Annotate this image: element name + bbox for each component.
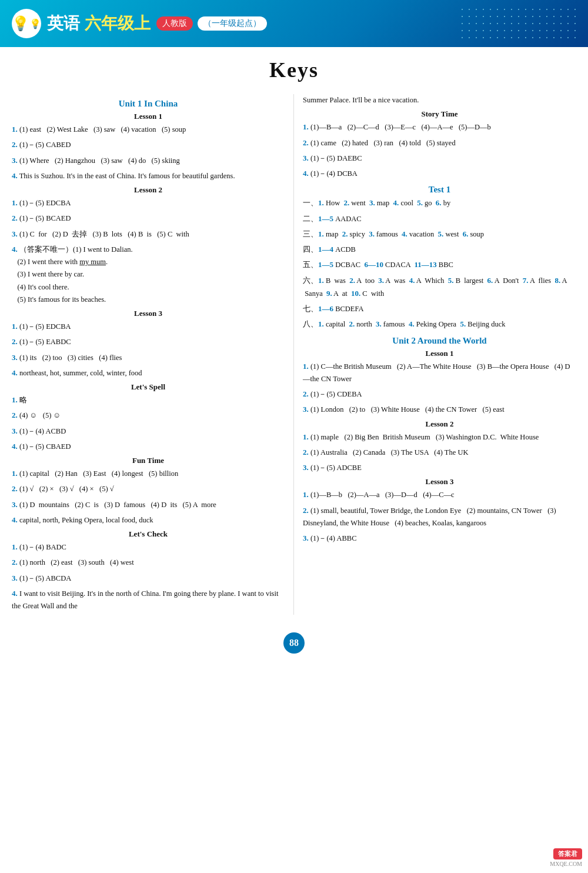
funtime-answer4: 4. capital, north, Peking Opera, local f… <box>12 514 285 527</box>
test1-part2: 二、1—5 AADAC <box>303 212 576 225</box>
lesson3-answer2: 2. (1)－(5) EABDC <box>12 335 285 348</box>
check-answer3: 3. (1)－(5) ABCDA <box>12 572 285 585</box>
page-title: Keys <box>269 58 319 82</box>
watermark-url: MXQE.COM <box>550 861 582 867</box>
lesson3-title: Lesson 3 <box>12 309 285 318</box>
lesson2-title: Lesson 2 <box>12 185 285 195</box>
unit1-title: Unit 1 In China <box>12 99 285 109</box>
right-column: Summer Palace. It'll be a nice vacation.… <box>294 94 576 615</box>
spell-answer4: 4. (1)－(5) CBAED <box>12 440 285 453</box>
story-answer3: 3. (1)－(5) DAEBC <box>303 152 576 165</box>
lesson3-answer4: 4. northeast, hot, summer, cold, winter,… <box>12 366 285 379</box>
spell-answer3: 3. (1)－(4) ACBD <box>12 425 285 438</box>
lesson1-title: Lesson 1 <box>12 112 285 121</box>
check-answer4: 4. I want to visit Beijing. It's in the … <box>12 587 285 613</box>
u2l1-answer3: 3. (1) London (2) to (3) White House (4)… <box>303 403 576 416</box>
spell-answer1: 1. 略 <box>12 394 285 406</box>
funtime-answer3: 3. (1) D mountains (2) C is (3) D famous… <box>12 498 285 511</box>
left-column: Unit 1 In China Lesson 1 1. (1) east (2)… <box>12 94 294 615</box>
u2l1-answer1: 1. (1) C—the British Museum (2) A—The Wh… <box>303 360 576 386</box>
lesson1-answer2: 2. (1)－(5) CABED <box>12 138 285 151</box>
lesson3-answer3: 3. (1) its (2) too (3) cities (4) flies <box>12 351 285 364</box>
test1-part6: 六、1. B was 2. A too 3. A was 4. A Which … <box>303 274 576 301</box>
continuation-text: Summer Palace. It'll be a nice vacation. <box>303 94 576 106</box>
story-time-title: Story Time <box>303 109 576 119</box>
lesson3-answer1: 1. (1)－(5) EDCBA <box>12 320 285 333</box>
test1-part5: 五、1—5 DCBAC 6—10 CDACA 11—13 BBC <box>303 258 576 271</box>
u2l3-answer3: 3. (1)－(4) ABBC <box>303 532 576 545</box>
header: 💡 英语 六年级上 人教版 （一年级起点） <box>0 0 588 47</box>
test1-part8: 八、1. capital 2. north 3. famous 4. Pekin… <box>303 318 576 331</box>
unit2-lesson1-title: Lesson 1 <box>303 349 576 358</box>
page-number: 88 <box>283 632 305 654</box>
lesson2-answer4: 4. （答案不唯一）(1) I went to Dalian. (2) I we… <box>12 243 285 306</box>
unit2-lesson2-title: Lesson 2 <box>303 419 576 429</box>
test1-part3: 三、1. map 2. spicy 3. famous 4. vacation … <box>303 228 576 241</box>
check-answer2: 2. (1) north (2) east (3) south (4) west <box>12 556 285 569</box>
story-answer1: 1. (1)—B—a (2)—C—d (3)—E—c (4)—A—e (5)—D… <box>303 121 576 134</box>
u2l3-answer1: 1. (1)—B—b (2)—A—a (3)—D—d (4)—C—c <box>303 488 576 501</box>
watermark-logo: 答案君 <box>553 848 582 859</box>
header-title: 英语 六年级上 <box>47 12 151 35</box>
grade-label: 六年级上 <box>85 14 151 32</box>
unit2-title: Unit 2 Around the World <box>303 336 576 346</box>
header-decoration <box>459 6 576 41</box>
funtime-answer2: 2. (1) √ (2) × (3) √ (4) × (5) √ <box>12 482 285 495</box>
lesson1-answer4: 4. This is Suzhou. It's in the east of C… <box>12 169 285 182</box>
spell-answer2: 2. (4) ☺ (5) ☺ <box>12 409 285 422</box>
publisher-badge: 人教版 <box>156 16 193 31</box>
lets-check-title: Let's Check <box>12 529 285 539</box>
funtime-answer1: 1. (1) capital (2) Han (3) East (4) long… <box>12 467 285 480</box>
u2l1-answer2: 2. (1)－(5) CDEBA <box>303 388 576 401</box>
lesson2-answer1: 1. (1)－(5) EDCBA <box>12 196 285 209</box>
check-answer1: 1. (1)－(4) BADC <box>12 541 285 554</box>
u2l2-answer1: 1. (1) maple (2) Big Ben British Museum … <box>303 431 576 444</box>
lesson1-answer1: 1. (1) east (2) West Lake (3) saw (4) va… <box>12 123 285 136</box>
u2l2-answer2: 2. (1) Australia (2) Canada (3) The USA … <box>303 446 576 459</box>
main-content: Unit 1 In China Lesson 1 1. (1) east (2)… <box>0 88 588 627</box>
watermark: 答案君 MXQE.COM <box>550 848 582 867</box>
lesson1-answer3: 3. (1) Where (2) Hangzhou (3) saw (4) do… <box>12 154 285 167</box>
lesson2-answer3: 3. (1) C for (2) D 去掉 (3) B lots (4) B i… <box>12 228 285 241</box>
test1-part1: 一、1. How 2. went 3. map 4. cool 5. go 6.… <box>303 196 576 209</box>
unit2-lesson3-title: Lesson 3 <box>303 477 576 487</box>
lets-spell-title: Let's Spell <box>12 382 285 392</box>
page-number-wrap: 88 <box>0 632 588 654</box>
test1-part7: 七、1—6 BCDEFA <box>303 302 576 315</box>
header-logo: 💡 <box>12 9 41 38</box>
test1-part4: 四、1—4 ACDB <box>303 243 576 256</box>
fun-time-title: Fun Time <box>12 456 285 465</box>
story-answer2: 2. (1) came (2) hated (3) ran (4) told (… <box>303 136 576 149</box>
u2l3-answer2: 2. (1) small, beautiful, Tower Bridge, t… <box>303 504 576 530</box>
lesson2-answer2: 2. (1)－(5) BCAED <box>12 212 285 225</box>
story-answer4: 4. (1)－(4) DCBA <box>303 167 576 180</box>
test1-title: Test 1 <box>303 185 576 195</box>
edition-badge: （一年级起点） <box>198 16 267 31</box>
u2l2-answer3: 3. (1)－(5) ADCBE <box>303 461 576 474</box>
